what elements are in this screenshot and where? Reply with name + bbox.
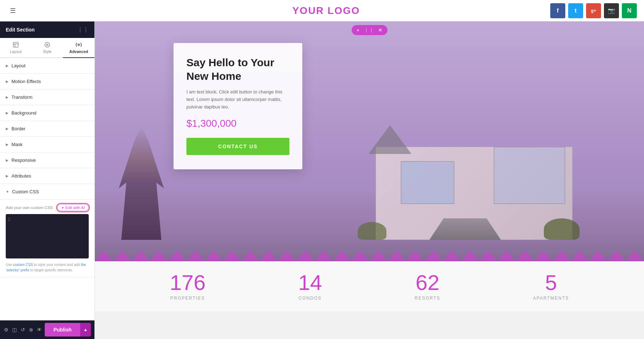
publish-arrow-button[interactable]: ▲ xyxy=(80,323,91,336)
css-editor: 1 xyxy=(6,214,89,258)
stat-apartments-number: 5 xyxy=(533,272,569,294)
custom-css-link[interactable]: custom CSS xyxy=(13,263,33,267)
accordion-attributes-label: Attributes xyxy=(11,173,31,179)
logo: YOUR LOGO xyxy=(292,5,360,16)
line-numbers: 1 xyxy=(8,216,10,256)
panel-content: ▶ Layout ▶ Motion Effects ▶ Transform ▶ xyxy=(0,58,94,320)
panel-header: Edit Section ⋮⋮ xyxy=(0,21,94,38)
history-icon-btn[interactable]: ↺ xyxy=(20,324,25,335)
accordion-attributes-header[interactable]: ▶ Attributes xyxy=(0,168,94,184)
line-number-1: 1 xyxy=(8,217,10,222)
tab-style-label: Style xyxy=(43,49,52,54)
chevron-right-icon-3: ▶ xyxy=(6,95,9,99)
accordion-border-label: Border xyxy=(11,126,25,131)
section-toolbar: + ⋮⋮ ✕ xyxy=(351,25,387,35)
publish-button[interactable]: Publish xyxy=(45,323,80,336)
tab-layout-label: Layout xyxy=(10,49,21,54)
accordion-border-header[interactable]: ▶ Border xyxy=(0,121,94,136)
social-icons: f t g+ 📷 N xyxy=(550,3,637,18)
stat-resorts-label: RESORTS xyxy=(415,296,440,301)
accordion-mask: ▶ Mask xyxy=(0,137,94,152)
layers-icon-btn[interactable]: ◫ xyxy=(12,324,17,335)
hero-section: + ⋮⋮ ✕ Say Hello to Your New Home I am t… xyxy=(95,21,644,261)
chevron-right-icon-5: ▶ xyxy=(6,127,9,131)
custom-css-body: Add your own custom CSS ✦ Edit with AI 1 xyxy=(0,200,94,277)
svg-marker-6 xyxy=(95,251,644,261)
zigzag-svg xyxy=(95,251,644,261)
facebook-btn[interactable]: f xyxy=(550,3,565,18)
top-bar: ☰ YOUR LOGO f t g+ 📷 N xyxy=(0,0,644,21)
css-textarea[interactable] xyxy=(14,216,87,256)
logo-prefix: YOUR xyxy=(292,5,328,16)
svg-rect-0 xyxy=(13,42,18,47)
add-custom-css-text: Add your own custom CSS xyxy=(6,205,53,210)
accordion-attributes: ▶ Attributes xyxy=(0,168,94,184)
stat-apartments-label: APARTMENTS xyxy=(533,296,569,301)
custom-css-header[interactable]: ▼ Custom CSS xyxy=(0,184,94,200)
css-help-text: Use custom CSS to style your content and… xyxy=(6,262,89,273)
instagram-btn[interactable]: 📷 xyxy=(604,3,619,18)
edit-with-ai-button[interactable]: ✦ Edit with AI xyxy=(57,204,89,211)
main-layout: Edit Section ⋮⋮ Layout Style Advanced xyxy=(0,21,644,339)
accordion-motion-effects-label: Motion Effects xyxy=(11,79,41,84)
brand-n-btn[interactable]: N xyxy=(622,3,637,18)
contact-us-button[interactable]: CONTACT US xyxy=(186,138,289,155)
content-card: Say Hello to Your New Home I am text blo… xyxy=(174,43,302,169)
settings-icon-btn[interactable]: ⚙ xyxy=(4,324,9,335)
accordion-layout-label: Layout xyxy=(11,63,25,68)
tab-advanced[interactable]: Advanced xyxy=(63,38,94,58)
accordion-layout-header[interactable]: ▶ Layout xyxy=(0,58,94,73)
logo-area: YOUR LOGO xyxy=(102,5,550,16)
accordion-background-header[interactable]: ▶ Background xyxy=(0,105,94,121)
stat-properties: 176 PROPERTIES xyxy=(170,272,205,301)
chevron-right-icon-4: ▶ xyxy=(6,111,9,115)
accordion-transform-header[interactable]: ▶ Transform xyxy=(0,89,94,105)
tab-layout[interactable]: Layout xyxy=(0,38,31,58)
custom-css-description: Add your own custom CSS ✦ Edit with AI xyxy=(6,204,89,211)
svg-point-4 xyxy=(47,44,48,46)
twitter-btn[interactable]: t xyxy=(568,3,583,18)
stats-section: 176 PROPERTIES 14 CONDOS 62 RESORTS 5 AP… xyxy=(95,261,644,311)
accordion-custom-css: ▼ Custom CSS Add your own custom CSS ✦ E… xyxy=(0,184,94,277)
accordion-responsive-header[interactable]: ▶ Responsive xyxy=(0,152,94,168)
accordion-responsive-label: Responsive xyxy=(11,158,36,163)
svg-point-3 xyxy=(45,42,50,47)
card-price: $1,300,000 xyxy=(186,118,289,129)
stat-properties-label: PROPERTIES xyxy=(170,296,205,301)
stat-condos-number: 14 xyxy=(298,272,322,294)
accordion-responsive: ▶ Responsive xyxy=(0,152,94,168)
accordion-transform: ▶ Transform xyxy=(0,89,94,105)
grid-icon[interactable]: ⋮⋮ xyxy=(77,26,89,33)
hamburger-icon[interactable]: ☰ xyxy=(10,7,16,15)
custom-css-label-header: Custom CSS xyxy=(12,189,39,194)
panel-header-icons: ⋮⋮ xyxy=(77,26,89,33)
chevron-right-icon-2: ▶ xyxy=(6,79,9,83)
tab-style[interactable]: Style xyxy=(31,38,63,58)
section-add-btn[interactable]: + xyxy=(356,27,359,33)
help-text-style: to style your content and add xyxy=(33,263,81,267)
bottom-bar: ⚙ ◫ ↺ ⊕ 👁 Publish ▲ xyxy=(0,320,94,339)
chevron-right-icon-7: ▶ xyxy=(6,158,9,162)
stat-resorts-number: 62 xyxy=(415,272,440,294)
edit-with-ai-label: Edit with AI xyxy=(65,205,85,210)
section-close-btn[interactable]: ✕ xyxy=(378,27,382,33)
svg-point-5 xyxy=(78,44,80,46)
chevron-down-icon: ▼ xyxy=(6,190,9,194)
stat-resorts: 62 RESORTS xyxy=(415,272,440,301)
accordion-mask-header[interactable]: ▶ Mask xyxy=(0,137,94,152)
left-panel: Edit Section ⋮⋮ Layout Style Advanced xyxy=(0,21,95,339)
chevron-right-icon-8: ▶ xyxy=(6,174,9,178)
stat-condos-label: CONDOS xyxy=(298,296,322,301)
section-move-btn[interactable]: ⋮⋮ xyxy=(364,27,374,33)
add-template-icon-btn[interactable]: ⊕ xyxy=(28,324,34,335)
stat-apartments: 5 APARTMENTS xyxy=(533,272,569,301)
chevron-right-icon-6: ▶ xyxy=(6,142,9,146)
google-plus-btn[interactable]: g+ xyxy=(586,3,601,18)
accordion-background-label: Background xyxy=(11,110,36,116)
chevron-right-icon: ▶ xyxy=(6,64,9,68)
accordion-motion-effects-header[interactable]: ▶ Motion Effects xyxy=(0,74,94,89)
accordion-background: ▶ Background xyxy=(0,105,94,121)
accordion-border: ▶ Border xyxy=(0,121,94,137)
preview-icon-btn[interactable]: 👁 xyxy=(36,324,42,335)
help-text-use: Use xyxy=(6,263,13,267)
